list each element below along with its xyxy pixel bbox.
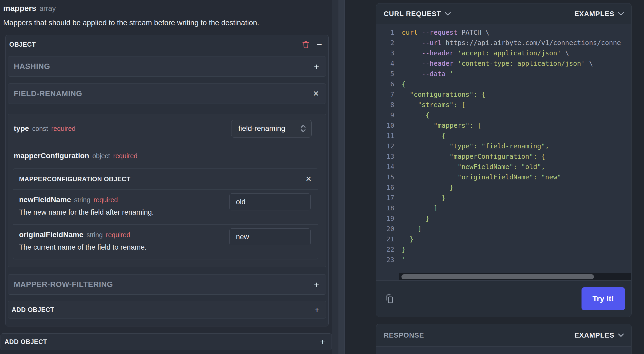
chevron-down-icon (618, 12, 624, 16)
minus-icon: − (317, 40, 322, 49)
object-card-title: OBJECT (9, 41, 36, 48)
curl-request-dropdown[interactable]: CURL REQUEST (384, 10, 451, 18)
section-mapper-row-filtering-label: MAPPER-ROW-FILTERING (14, 280, 113, 289)
add-object-label: ADD OBJECT (5, 338, 47, 346)
close-mapper-configuration-button[interactable]: ✕ (306, 175, 312, 183)
close-icon: ✕ (306, 175, 312, 183)
code-line: 2 --url https://api.airbyte.com/v1/conne… (376, 38, 631, 48)
schema-form-pane: mappers array Mappers that should be app… (0, 0, 332, 354)
line-number: 20 (376, 224, 394, 234)
prop-description: The new name for the field after renamin… (19, 208, 154, 216)
response-panel: RESPONSE EXAMPLES (376, 324, 632, 354)
code-line: 22} (376, 244, 631, 255)
delete-object-button[interactable] (302, 40, 310, 49)
object-card: OBJECT − HASHING + FIE (5, 35, 329, 326)
chevron-down-icon (618, 333, 624, 337)
code-line: 19 } (376, 213, 631, 224)
field-title: mappers (3, 4, 36, 13)
code-line: 9 { (376, 110, 631, 120)
type-field-row: type const required field-renaming (8, 114, 326, 143)
prop-required-badge: required (51, 125, 75, 132)
mapper-configuration-label-row: mapperConfiguration object required (8, 143, 326, 168)
new-field-name-input[interactable] (229, 193, 311, 210)
collapse-object-button[interactable]: − (317, 40, 322, 49)
response-examples-dropdown[interactable]: EXAMPLES (574, 331, 624, 339)
code-line: 7 "configurations": { (376, 89, 631, 100)
plus-icon: + (314, 280, 319, 289)
response-body (376, 347, 631, 354)
line-number: 21 (376, 234, 394, 244)
add-object-button-outer[interactable]: ADD OBJECT + (1, 333, 332, 350)
copy-code-button[interactable] (385, 293, 395, 304)
code-line: 6{ (376, 79, 631, 89)
prop-kind: string (87, 231, 103, 239)
line-number: 19 (376, 213, 394, 224)
line-number: 18 (376, 203, 394, 213)
line-number: 22 (376, 244, 394, 255)
line-number: 9 (376, 110, 394, 120)
section-hashing[interactable]: HASHING + (8, 56, 326, 77)
add-object-label: ADD OBJECT (12, 306, 54, 313)
code-line: 3 --header 'accept: application/json' \ (376, 48, 631, 58)
line-number: 6 (376, 79, 394, 89)
original-field-name-input[interactable] (229, 228, 311, 245)
type-field-labels: type const required (14, 124, 75, 133)
line-number: 12 (376, 141, 394, 151)
line-number: 13 (376, 151, 394, 162)
request-examples-label: EXAMPLES (574, 10, 614, 18)
mapper-configuration-card: MAPPERCONFIGURATION OBJECT ✕ newFieldNam… (13, 168, 318, 259)
line-number: 1 (376, 27, 394, 38)
plus-icon: + (314, 62, 319, 71)
object-card-actions: − (302, 40, 322, 49)
code-hscrollbar-thumb[interactable] (401, 274, 594, 279)
code-line: 18 ] (376, 203, 631, 213)
line-number: 7 (376, 89, 394, 100)
code-line: 4 --header 'content-type: application/js… (376, 58, 631, 69)
code-line: 13 "mapperConfiguration": { (376, 151, 631, 162)
type-select[interactable]: field-renaming (231, 120, 312, 138)
try-it-button[interactable]: Try It! (582, 287, 625, 310)
line-number: 4 (376, 58, 394, 69)
prop-name: originalFieldName (19, 231, 83, 239)
field-description: Mappers that should be applied to the st… (3, 19, 259, 27)
code-line: 15 "originalFieldName": "new" (376, 172, 631, 182)
mapper-configuration-card-header: MAPPERCONFIGURATION OBJECT ✕ (13, 169, 318, 190)
code-hscrollbar-track (399, 273, 631, 280)
line-number: 14 (376, 162, 394, 172)
pane-scrollbar-thumb[interactable] (338, 0, 345, 354)
response-examples-label: EXAMPLES (574, 331, 614, 339)
trash-icon (302, 40, 310, 49)
original-field-name-labels: originalFieldName string required The cu… (19, 228, 147, 255)
select-chevrons-icon (299, 124, 307, 133)
section-field-renaming[interactable]: FIELD-RENAMING ✕ (8, 83, 326, 104)
copy-icon (385, 293, 395, 304)
section-hashing-label: HASHING (14, 62, 50, 71)
prop-required-badge: required (113, 152, 137, 160)
close-icon: ✕ (313, 90, 319, 98)
prop-required-badge: required (106, 231, 130, 239)
request-examples-dropdown[interactable]: EXAMPLES (574, 10, 624, 18)
code-line: 11 { (376, 131, 631, 141)
curl-request-footer: Try It! (376, 280, 631, 317)
curl-request-panel: CURL REQUEST EXAMPLES 1curl --request PA… (376, 3, 632, 317)
line-number: 11 (376, 131, 394, 141)
code-line: 23' (376, 255, 631, 265)
code-lines: 1curl --request PATCH \2 --url https://a… (376, 27, 631, 265)
line-number: 15 (376, 172, 394, 182)
new-field-name-row: newFieldName string required The new nam… (13, 190, 318, 224)
field-renaming-card: type const required field-renaming mappe… (8, 114, 326, 267)
prop-name: mapperConfiguration (14, 152, 89, 160)
section-mapper-row-filtering[interactable]: MAPPER-ROW-FILTERING + (8, 274, 326, 295)
prop-kind: const (32, 125, 48, 132)
add-object-button-inner[interactable]: ADD OBJECT + (8, 301, 326, 318)
type-select-value: field-renaming (238, 124, 285, 133)
prop-kind: string (74, 196, 90, 204)
code-line: 21 } (376, 234, 631, 244)
code-line: 16 } (376, 182, 631, 193)
code-line: 12 "type": "field-renaming", (376, 141, 631, 151)
code-line: 1curl --request PATCH \ (376, 27, 631, 38)
curl-request-title: CURL REQUEST (384, 10, 441, 18)
request-preview-pane: CURL REQUEST EXAMPLES 1curl --request PA… (346, 0, 644, 354)
code-line: 5 --data ' (376, 69, 631, 79)
new-field-name-labels: newFieldName string required The new nam… (19, 193, 154, 221)
